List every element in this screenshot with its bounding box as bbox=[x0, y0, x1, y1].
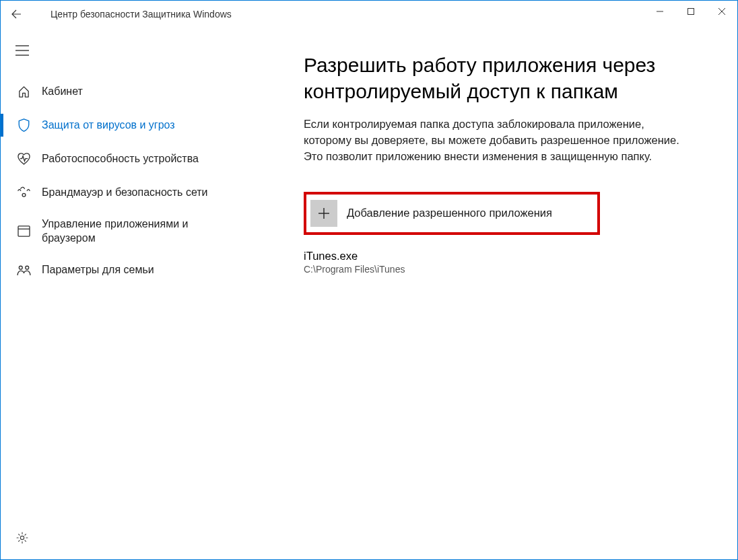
svg-point-11 bbox=[26, 266, 29, 269]
sidebar-item-label: Защита от вирусов и угроз bbox=[42, 118, 175, 133]
add-allowed-app-button[interactable]: Добавление разрешенного приложения bbox=[310, 200, 552, 227]
home-icon bbox=[13, 85, 35, 98]
back-button[interactable] bbox=[1, 1, 32, 28]
svg-rect-8 bbox=[18, 226, 30, 236]
window-controls bbox=[644, 1, 737, 22]
gear-icon bbox=[15, 531, 29, 545]
close-button[interactable] bbox=[706, 1, 737, 22]
heart-health-icon bbox=[13, 153, 35, 166]
hamburger-icon bbox=[15, 45, 29, 56]
sidebar-item-device-health[interactable]: Работоспособность устройства bbox=[1, 142, 250, 176]
allowed-app-entry[interactable]: iTunes.exe C:\Program Files\iTunes bbox=[304, 250, 704, 275]
maximize-icon bbox=[687, 7, 695, 15]
family-icon bbox=[13, 265, 35, 276]
sidebar-item-label: Управление приложениями и браузером bbox=[42, 217, 244, 246]
sidebar-item-home[interactable]: Кабинет bbox=[1, 75, 250, 108]
add-allowed-app-highlight: Добавление разрешенного приложения bbox=[304, 192, 600, 235]
shield-icon bbox=[13, 118, 35, 132]
page-description: Если контролируемая папка доступа заблок… bbox=[304, 116, 681, 165]
page-title: Разрешить работу приложения через контро… bbox=[304, 52, 704, 104]
app-window-icon bbox=[13, 225, 35, 237]
sidebar-item-family[interactable]: Параметры для семьи bbox=[1, 254, 250, 287]
hamburger-button[interactable] bbox=[1, 37, 250, 64]
sidebar-item-label: Параметры для семьи bbox=[42, 263, 154, 277]
settings-button[interactable] bbox=[9, 524, 36, 551]
minimize-icon bbox=[656, 7, 664, 15]
titlebar: Центр безопасности Защитника Windows bbox=[1, 1, 737, 28]
sidebar-item-label: Брандмауэр и безопасность сети bbox=[42, 186, 208, 200]
svg-point-12 bbox=[20, 536, 24, 539]
window-title: Центр безопасности Защитника Windows bbox=[32, 9, 232, 20]
allowed-app-name: iTunes.exe bbox=[304, 250, 704, 262]
sidebar-item-firewall[interactable]: Брандмауэр и безопасность сети bbox=[1, 176, 250, 209]
window-body: Кабинет Защита от вирусов и угроз Работо… bbox=[1, 28, 737, 559]
plus-icon bbox=[310, 200, 337, 227]
main-content: Разрешить работу приложения через контро… bbox=[250, 28, 737, 559]
back-arrow-icon bbox=[11, 9, 22, 20]
sidebar: Кабинет Защита от вирусов и угроз Работо… bbox=[1, 28, 250, 559]
svg-point-10 bbox=[19, 266, 22, 269]
sidebar-item-app-browser[interactable]: Управление приложениями и браузером bbox=[1, 209, 250, 254]
maximize-button[interactable] bbox=[675, 1, 706, 22]
add-allowed-app-label: Добавление разрешенного приложения bbox=[347, 207, 552, 219]
sidebar-item-virus-threat[interactable]: Защита от вирусов и угроз bbox=[1, 108, 250, 142]
sidebar-item-label: Кабинет bbox=[42, 85, 83, 99]
svg-point-7 bbox=[22, 193, 26, 197]
minimize-button[interactable] bbox=[644, 1, 675, 22]
app-window: Центр безопасности Защитника Windows bbox=[0, 0, 738, 560]
allowed-app-path: C:\Program Files\iTunes bbox=[304, 264, 704, 275]
network-icon bbox=[13, 186, 35, 199]
svg-rect-1 bbox=[688, 9, 694, 15]
close-icon bbox=[718, 7, 726, 15]
sidebar-item-label: Работоспособность устройства bbox=[42, 152, 199, 166]
